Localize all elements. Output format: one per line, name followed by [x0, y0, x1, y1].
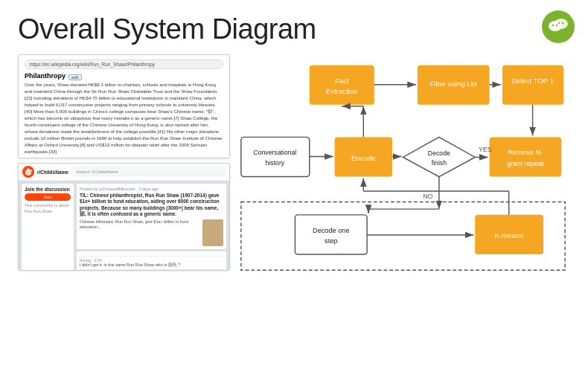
wiki-url-bar: https://en.wikipedia.org/wiki/Run_Run_Sh…	[25, 59, 223, 69]
svg-point-10	[29, 172, 31, 173]
svg-point-4	[556, 25, 557, 26]
reddit-logo-icon	[22, 166, 34, 178]
encode-label: Encode	[351, 154, 376, 162]
svg-point-12	[31, 170, 32, 171]
remove-ngram-label1: Remove N-	[508, 149, 543, 156]
reddit-sidebar-title: Join the discussion	[25, 187, 71, 192]
decode-step-box	[295, 215, 367, 254]
wikipedia-screenshot: https://en.wikipedia.org/wiki/Run_Run_Sh…	[18, 54, 230, 158]
svg-point-8	[25, 170, 31, 176]
svg-point-3	[552, 25, 554, 26]
wiki-paragraph1: Over the years, Shaw donated HK$6.1 bill…	[25, 82, 223, 155]
reddit-comment-2: BinaryBuster · 2d According to this arti…	[80, 269, 223, 271]
wiki-edit-btn[interactable]: edit	[68, 74, 82, 80]
reddit-header: r/ChildsName Search r/ChildsName	[19, 164, 229, 181]
conv-history-box	[241, 137, 310, 176]
reddit-avatar	[202, 219, 223, 246]
slide-title: Overall System Diagram	[18, 13, 570, 45]
svg-point-5	[558, 22, 560, 24]
wiki-title: Philanthropy	[25, 72, 65, 80]
reddit-comments: donkg · 17m I didn't get it, is this sam…	[77, 251, 226, 271]
filter-lm-label: Filter using LM	[430, 80, 477, 88]
flowchart-svg: Fact Extraction Filter using LM Select T…	[236, 58, 570, 277]
conv-history-label1: Conversational	[253, 149, 296, 156]
reddit-post-text: Chinese billionaire, Run Run Shaw, give …	[80, 219, 199, 246]
decode-finish-diamond	[403, 137, 476, 176]
decode-step-label2: step	[325, 237, 337, 245]
fact-extraction-label2: Extraction	[326, 87, 358, 95]
content-area: https://en.wikipedia.org/wiki/Run_Run_Sh…	[18, 54, 570, 277]
fact-extraction-label: Fact	[335, 77, 349, 85]
decode-finish-label1: Decode	[428, 149, 450, 157]
reddit-comment-1: donkg · 17m I didn't get it, is this sam…	[80, 256, 223, 268]
reddit-comment-1-text: I didn't get it, is this same Run Run Sh…	[80, 263, 223, 268]
svg-point-6	[562, 22, 563, 24]
reddit-post-meta: Posted by u/ChineseBillionaire · 2 days …	[80, 187, 223, 191]
reddit-post-title: TIL: Chinese philanthropist, Run Run Sha…	[80, 193, 223, 218]
flowchart-container: Fact Extraction Filter using LM Select T…	[236, 58, 570, 277]
decode-step-label1: Decode one	[313, 227, 349, 234]
reddit-post: Posted by u/ChineseBillionaire · 2 days …	[77, 184, 226, 249]
reddit-sidebar-desc: This community is about Run Run Shaw	[25, 203, 71, 214]
reddit-sidebar: Join the discussion Join This community …	[22, 184, 74, 271]
slide-container: Overall System Diagram https://en.wikipe…	[0, 0, 588, 383]
left-screenshots: https://en.wikipedia.org/wiki/Run_Run_Sh…	[18, 54, 230, 277]
kmeans-label: K-means	[494, 231, 523, 239]
reddit-nav-item[interactable]: r/ChildsName	[37, 170, 68, 175]
reddit-post-content: Chinese billionaire, Run Run Shaw, give …	[80, 219, 223, 246]
no-label: NO	[424, 193, 433, 200]
select-top1-label1: Select TOP 1	[511, 77, 554, 85]
reddit-body: Join the discussion Join This community …	[19, 181, 229, 271]
decode-finish-label2: finish	[432, 159, 447, 167]
wechat-icon	[542, 10, 575, 43]
remove-ngram-box	[490, 137, 562, 176]
reddit-search[interactable]: Search r/ChildsName	[71, 167, 226, 176]
yes-label: YES	[479, 146, 492, 153]
remove-ngram-label2: gram repeat	[507, 160, 544, 167]
reddit-main: Posted by u/ChineseBillionaire · 2 days …	[77, 184, 226, 271]
svg-point-2	[555, 19, 568, 29]
reddit-screenshot: r/ChildsName Search r/ChildsName Join th…	[18, 163, 230, 271]
reddit-join-button[interactable]: Join	[25, 193, 71, 201]
conv-history-label2: history	[266, 159, 285, 167]
svg-point-9	[26, 172, 28, 173]
